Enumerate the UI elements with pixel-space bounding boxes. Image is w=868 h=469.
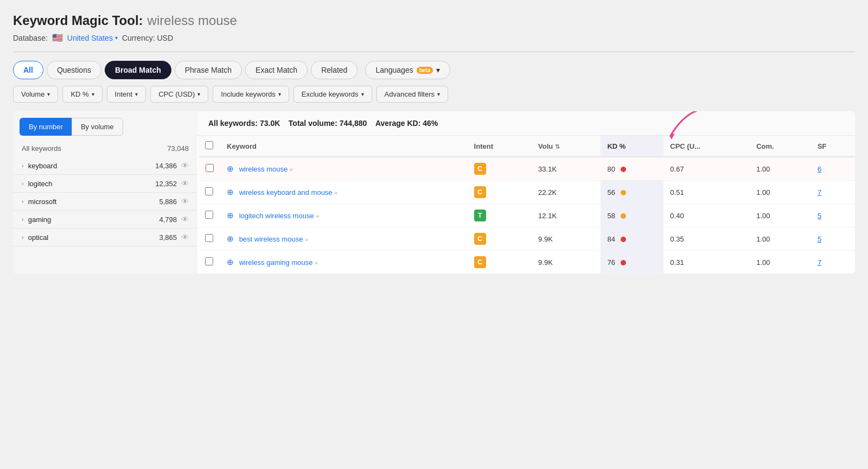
row3-intent-cell: T: [468, 204, 532, 227]
col-keyword-header[interactable]: Keyword: [220, 136, 468, 157]
row3-sf-cell: 5: [811, 204, 855, 227]
table-header-row: Keyword Intent Volu ⇅ KD %: [199, 136, 856, 157]
row5-cpc-cell: 0.31: [663, 251, 750, 274]
database-link[interactable]: United States ▾: [67, 34, 118, 42]
sidebar-item-name-logitech: logitech: [28, 180, 53, 188]
select-all-checkbox[interactable]: [205, 141, 213, 149]
col-cpc-header[interactable]: CPC (U...: [663, 136, 750, 157]
tab-related[interactable]: Related: [311, 61, 358, 79]
tab-all[interactable]: All: [13, 61, 43, 79]
row3-cpc-cell: 0.40: [663, 204, 750, 227]
include-chevron-icon: ▾: [278, 91, 281, 97]
volume-filter[interactable]: Volume ▾: [13, 86, 58, 103]
header: Keyword Magic Tool: wireless mouse Datab…: [13, 13, 855, 43]
include-keywords-label: Include keywords: [221, 90, 275, 98]
tab-broad-match[interactable]: Broad Match: [105, 61, 171, 79]
intent-badge-row3: T: [474, 210, 486, 221]
intent-chevron-icon: ▾: [135, 91, 138, 97]
col-sf-header[interactable]: SF: [811, 136, 855, 157]
exclude-keywords-filter[interactable]: Exclude keywords ▾: [293, 86, 372, 103]
row4-checkbox[interactable]: [205, 234, 213, 242]
plus-circle-icon-row4[interactable]: ⊕: [227, 234, 234, 243]
sf-value-row5[interactable]: 7: [818, 258, 821, 267]
row4-sf-cell: 5: [811, 227, 855, 251]
tab-languages[interactable]: Languages beta ▾: [365, 61, 450, 79]
eye-icon-microsoft[interactable]: 👁: [181, 197, 189, 206]
all-keywords-value: 73.0K: [260, 119, 280, 128]
col-kd-header[interactable]: KD %: [601, 136, 663, 157]
col-com-header[interactable]: Com.: [750, 136, 811, 157]
eye-icon-keyboard[interactable]: 👁: [181, 161, 189, 170]
row5-sf-cell: 7: [811, 251, 855, 274]
database-value: United States: [67, 34, 113, 42]
keyword-col-label: Keyword: [227, 142, 257, 150]
sf-value-row4[interactable]: 5: [818, 235, 821, 243]
kd-col-label: KD %: [607, 142, 626, 150]
keyword-link-row3[interactable]: logitech wireless mouse: [239, 212, 314, 220]
row2-checkbox[interactable]: [205, 187, 213, 195]
keywords-table: Keyword Intent Volu ⇅ KD %: [197, 136, 855, 274]
row1-volume-cell: 33.1K: [532, 157, 601, 181]
sidebar-item-left-logitech: › logitech: [22, 180, 52, 188]
sidebar-item-count-gaming: 4,798: [159, 216, 177, 224]
include-keywords-filter[interactable]: Include keywords ▾: [213, 86, 289, 103]
keyword-link-row2[interactable]: wireless keyboard and mouse: [239, 188, 333, 197]
sf-value-row2[interactable]: 7: [818, 188, 821, 197]
intent-col-label: Intent: [474, 142, 493, 150]
cpc-filter-label: CPC (USD): [158, 90, 195, 98]
sf-value-row1[interactable]: 6: [818, 165, 821, 173]
eye-icon-gaming[interactable]: 👁: [181, 215, 189, 224]
eye-icon-logitech[interactable]: 👁: [181, 179, 189, 188]
sidebar-item-logitech[interactable]: › logitech 12,352 👁: [13, 175, 197, 193]
table-row: ⊕ logitech wireless mouse » T 12.1K 58 0…: [199, 204, 856, 227]
plus-circle-icon-row1[interactable]: ⊕: [227, 164, 234, 173]
keyword-link-row1[interactable]: wireless mouse: [239, 165, 288, 173]
intent-badge-row2: C: [474, 186, 486, 198]
volume-col-label: Volu: [538, 142, 553, 150]
avg-kd-value: 46%: [423, 119, 438, 128]
row5-intent-cell: C: [468, 251, 532, 274]
intent-badge-row5: C: [474, 256, 486, 268]
sidebar-item-keyboard[interactable]: › keyboard 14,386 👁: [13, 157, 197, 175]
sidebar-item-microsoft[interactable]: › microsoft 5,886 👁: [13, 193, 197, 211]
tab-questions[interactable]: Questions: [47, 61, 101, 79]
intent-filter[interactable]: Intent ▾: [107, 86, 146, 103]
eye-icon-optical[interactable]: 👁: [181, 233, 189, 242]
cpc-filter[interactable]: CPC (USD) ▾: [150, 86, 208, 103]
tab-phrase-match[interactable]: Phrase Match: [175, 61, 242, 79]
kd-filter[interactable]: KD % ▾: [62, 86, 102, 103]
row2-keyword-cell: ⊕ wireless keyboard and mouse »: [220, 181, 468, 204]
chevron-right-icon-keyboard: ›: [22, 162, 24, 169]
flag-us-icon: 🇺🇸: [52, 33, 63, 43]
arrows-icon-row1: »: [290, 166, 293, 173]
col-volume-header[interactable]: Volu ⇅: [532, 136, 601, 157]
tab-exact-match[interactable]: Exact Match: [245, 61, 308, 79]
keyword-link-row4[interactable]: best wireless mouse: [239, 235, 303, 243]
by-volume-btn[interactable]: By volume: [72, 118, 123, 136]
main-content: By number By volume All keywords 73,048 …: [13, 111, 855, 274]
table-row: ⊕ wireless mouse » C 33.1K 80 0.67 1.00: [199, 157, 856, 181]
sidebar-item-gaming[interactable]: › gaming 4,798 👁: [13, 211, 197, 229]
row3-checkbox[interactable]: [205, 211, 213, 219]
row5-kd-cell: 76: [601, 251, 663, 274]
table-row: ⊕ wireless keyboard and mouse » C 22.2K …: [199, 181, 856, 204]
advanced-filters-btn[interactable]: Advanced filters ▾: [376, 86, 449, 103]
sf-value-row3[interactable]: 5: [818, 212, 821, 220]
sidebar-item-name-gaming: gaming: [28, 216, 52, 224]
exclude-keywords-label: Exclude keywords: [302, 90, 359, 98]
plus-circle-icon-row2[interactable]: ⊕: [227, 187, 234, 197]
col-intent-header[interactable]: Intent: [468, 136, 532, 157]
row5-checkbox[interactable]: [205, 257, 213, 265]
sidebar-item-name-keyboard: keyboard: [28, 162, 57, 170]
all-keywords-label: All keywords:: [208, 119, 260, 128]
sidebar-item-count-keyboard: 14,386: [155, 162, 177, 170]
sidebar-toggle-group: By number By volume: [20, 118, 191, 136]
row1-checkbox[interactable]: [206, 164, 214, 172]
by-number-btn[interactable]: By number: [20, 118, 72, 136]
plus-circle-icon-row3[interactable]: ⊕: [227, 211, 234, 220]
languages-chevron-icon: ▾: [436, 66, 440, 74]
sidebar-item-optical[interactable]: › optical 3,865 👁: [13, 229, 197, 246]
plus-circle-icon-row5[interactable]: ⊕: [227, 257, 234, 267]
keyword-link-row5[interactable]: wireless gaming mouse: [239, 258, 313, 267]
filter-row: Volume ▾ KD % ▾ Intent ▾ CPC (USD) ▾ Inc…: [13, 86, 855, 103]
